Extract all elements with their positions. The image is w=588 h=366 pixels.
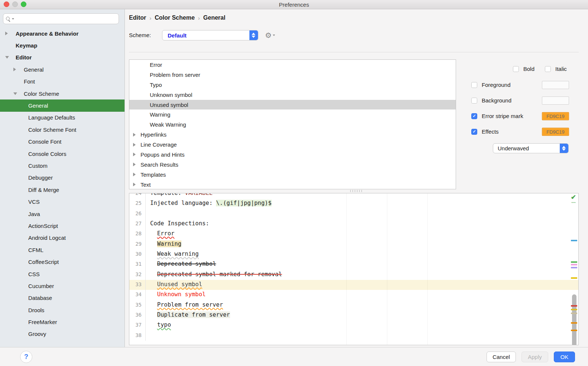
sidebar-item-database[interactable]: Database (0, 292, 125, 304)
search-input[interactable] (14, 14, 119, 24)
editor-line-37[interactable]: 37 typo (129, 320, 578, 330)
code-text: Deprecated symbol (145, 259, 578, 269)
foreground-color-swatch[interactable] (542, 81, 569, 89)
effects-color-swatch[interactable]: FD9C19 (542, 128, 569, 136)
background-checkbox[interactable] (471, 98, 477, 104)
attribute-item-popups-and-hints[interactable]: Popups and Hints (129, 150, 456, 160)
select-stepper-icon[interactable] (560, 144, 568, 153)
sidebar-item-freemarker[interactable]: FreeMarker (0, 316, 125, 328)
sidebar-item-general[interactable]: General (0, 99, 125, 111)
sidebar-item-cfml[interactable]: CFML (0, 244, 125, 256)
error-stripe-color-swatch[interactable]: FD9C19 (542, 112, 569, 120)
sidebar-item-cucumber[interactable]: Cucumber (0, 280, 125, 292)
sidebar-item-groovy[interactable]: Groovy (0, 328, 125, 340)
attribute-item-text[interactable]: Text (129, 180, 456, 189)
chevron-right-icon[interactable] (133, 173, 140, 176)
splitter-handle[interactable] (349, 190, 363, 192)
sidebar-item-console-font[interactable]: Console Font (0, 136, 125, 148)
editor-line-35[interactable]: 35 Problem from server (129, 300, 578, 310)
close-button[interactable] (4, 1, 9, 7)
editor-line-29[interactable]: 29 Warning (129, 239, 578, 249)
attribute-item-label: Unused symbol (150, 102, 188, 108)
editor-line-25[interactable]: 25Injected language: \.(gif|jpg|png)$ (129, 199, 578, 209)
attribute-item-weak-warning[interactable]: Weak Warning (129, 120, 456, 130)
editor-line-30[interactable]: 30 Weak warning (129, 249, 578, 259)
code-text (145, 331, 578, 341)
background-color-swatch[interactable] (542, 97, 569, 105)
italic-checkbox[interactable] (545, 66, 551, 72)
sidebar-item-actionscript[interactable]: ActionScript (0, 220, 125, 232)
ok-button[interactable]: OK (554, 352, 575, 362)
effect-type-select[interactable]: Underwaved (493, 143, 569, 153)
chevron-down-icon[interactable] (13, 92, 24, 95)
help-button[interactable]: ? (20, 351, 32, 363)
editor-line-32[interactable]: 32 Deprecated symbol marked for removal (129, 270, 578, 280)
sidebar-item-coffeescript[interactable]: CoffeeScript (0, 256, 125, 268)
attribute-item-unused-symbol[interactable]: Unused symbol (129, 100, 456, 110)
sidebar-item-css[interactable]: CSS (0, 268, 125, 280)
sidebar-item-color-scheme-font[interactable]: Color Scheme Font (0, 124, 125, 135)
sidebar-item-drools[interactable]: Drools (0, 304, 125, 316)
sidebar-item-editor[interactable]: Editor (0, 52, 125, 63)
search-box[interactable] (3, 13, 119, 24)
chevron-right-icon[interactable] (133, 133, 140, 137)
attribute-item-typo[interactable]: Typo (129, 80, 456, 90)
editor-line-24[interactable]: 24Template: VARIABLE (129, 193, 578, 199)
error-stripe-checkbox[interactable]: ✓ (471, 113, 477, 119)
sidebar-item-language-defaults[interactable]: Language Defaults (0, 112, 125, 124)
breadcrumb-color-scheme[interactable]: Color Scheme (155, 14, 195, 21)
sidebar-item-custom[interactable]: Custom (0, 160, 125, 171)
chevron-right-icon[interactable] (133, 183, 140, 186)
attribute-item-problem-from-server[interactable]: Problem from server (129, 70, 456, 80)
editor-line-26[interactable]: 26 (129, 209, 578, 219)
editor-scrollbar-thumb[interactable] (572, 294, 576, 345)
editor-line-38[interactable]: 38 (129, 331, 578, 341)
sidebar-item-general[interactable]: General (0, 63, 125, 75)
editor-line-34[interactable]: 34 Unknown symbol (129, 290, 578, 300)
effect-type-value: Underwaved (498, 145, 529, 151)
attribute-item-warning[interactable]: Warning (129, 110, 456, 120)
sidebar-item-appearance-behavior[interactable]: Appearance & Behavior (0, 27, 125, 39)
chevron-right-icon[interactable] (133, 153, 140, 156)
chevron-right-icon[interactable] (133, 163, 140, 166)
line-number: 36 (129, 310, 145, 320)
sidebar-item-java[interactable]: Java (0, 208, 125, 220)
bold-checkbox[interactable] (513, 66, 519, 72)
attribute-item-error[interactable]: Error (129, 60, 456, 70)
effects-checkbox[interactable]: ✓ (471, 129, 477, 135)
preview-editor[interactable]: 24Template: VARIABLE25Injected language:… (129, 193, 579, 345)
breadcrumb-editor[interactable]: Editor (129, 14, 146, 21)
sidebar-item-debugger[interactable]: Debugger (0, 172, 125, 184)
scheme-actions-button[interactable]: ⚙ (265, 30, 275, 40)
breadcrumb-general[interactable]: General (203, 14, 226, 21)
foreground-checkbox[interactable] (471, 82, 477, 88)
apply-button[interactable]: Apply (521, 352, 548, 362)
sidebar-item-label: Diff & Merge (28, 187, 59, 193)
attribute-item-templates[interactable]: Templates (129, 170, 456, 180)
sidebar-item-keymap[interactable]: Keymap (0, 39, 125, 51)
chevron-right-icon[interactable] (5, 32, 16, 35)
zoom-button[interactable] (21, 1, 26, 7)
editor-line-33[interactable]: 33 Unused symbol (129, 280, 578, 290)
attribute-item-line-coverage[interactable]: Line Coverage (129, 140, 456, 150)
sidebar-item-console-colors[interactable]: Console Colors (0, 148, 125, 160)
sidebar-item-android-logcat[interactable]: Android Logcat (0, 232, 125, 244)
editor-line-31[interactable]: 31 Deprecated symbol (129, 259, 578, 269)
sidebar-item-diff-merge[interactable]: Diff & Merge (0, 184, 125, 196)
sidebar-item-font[interactable]: Font (0, 76, 125, 88)
attribute-item-search-results[interactable]: Search Results (129, 160, 456, 170)
editor-line-28[interactable]: 28 Error (129, 229, 578, 239)
attribute-item-hyperlinks[interactable]: Hyperlinks (129, 130, 456, 140)
sidebar-item-vcs[interactable]: VCS (0, 196, 125, 207)
editor-line-36[interactable]: 36 Duplicate from server (129, 310, 578, 320)
cancel-button[interactable]: Cancel (487, 352, 516, 362)
minimize-button[interactable] (12, 1, 18, 7)
sidebar-item-color-scheme[interactable]: Color Scheme (0, 88, 125, 99)
chevron-right-icon[interactable] (13, 68, 24, 71)
editor-line-27[interactable]: 27Code Inspections: (129, 219, 578, 229)
select-stepper-icon[interactable] (249, 30, 258, 40)
chevron-right-icon[interactable] (133, 143, 140, 147)
attribute-item-unknown-symbol[interactable]: Unknown symbol (129, 90, 456, 100)
chevron-down-icon[interactable] (5, 56, 16, 59)
scheme-select[interactable]: Default (162, 30, 258, 40)
